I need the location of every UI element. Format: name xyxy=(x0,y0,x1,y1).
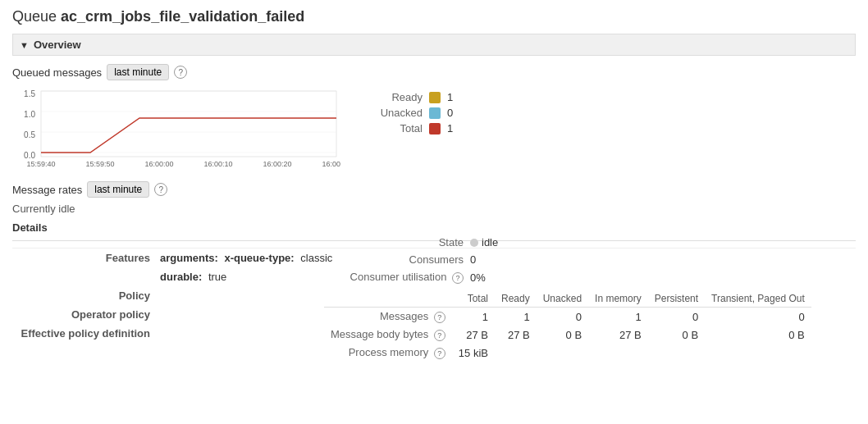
state-value: idle xyxy=(482,236,498,248)
process-memory-help-icon[interactable]: ? xyxy=(434,348,445,359)
process-memory-data-row: Process memory ? 15 kiB xyxy=(324,344,811,362)
queued-messages-help-icon[interactable]: ? xyxy=(174,66,187,79)
svg-text:0.5: 0.5 xyxy=(24,130,35,139)
policy-key: Policy xyxy=(12,286,160,305)
stat-value-unacked: 0 xyxy=(447,107,453,119)
td-body-bytes-label: Message body bytes ? xyxy=(324,326,452,344)
stat-label-unacked: Unacked xyxy=(365,107,423,119)
stats-table: Ready 1 Unacked 0 Total 1 xyxy=(365,91,453,134)
messages-label-text: Messages xyxy=(380,310,428,322)
stat-row-ready: Ready 1 xyxy=(365,91,453,103)
queue-word: Queue xyxy=(12,8,57,25)
currently-idle: Currently idle xyxy=(12,203,856,215)
stat-row-total: Total 1 xyxy=(365,122,453,134)
body-bytes-label-text: Message body bytes xyxy=(331,328,428,340)
svg-text:0.0: 0.0 xyxy=(24,151,35,160)
durable-value: durable: true xyxy=(160,267,856,286)
stat-dot-ready xyxy=(429,92,441,103)
svg-text:16:00:30: 16:00:30 xyxy=(322,160,340,168)
stat-label-total: Total xyxy=(365,122,423,134)
durable-label: durable: xyxy=(160,271,202,283)
svg-rect-4 xyxy=(41,91,336,157)
process-memory-label-text: Process memory xyxy=(349,346,429,358)
operator-policy-value xyxy=(160,305,856,324)
td-process-memory-label: Process memory ? xyxy=(324,344,452,362)
stat-value-ready: 1 xyxy=(447,91,453,103)
message-rates-label: Message rates xyxy=(12,184,82,196)
last-minute-button[interactable]: last minute xyxy=(107,64,169,80)
queued-messages-chart: 1.5 1.0 0.5 0.0 15:59:40 15:59:50 1 xyxy=(12,87,340,169)
svg-text:15:59:40: 15:59:40 xyxy=(26,160,55,168)
consumer-util-label: Consumer utilisation ? xyxy=(324,271,464,284)
td-process-memory-value: 15 kiB xyxy=(452,344,495,362)
chart-and-stats: 1.5 1.0 0.5 0.0 15:59:40 15:59:50 1 xyxy=(12,87,856,169)
svg-text:15:59:50: 15:59:50 xyxy=(85,160,114,168)
state-dot-icon xyxy=(470,239,478,247)
consumer-util-label-text: Consumer utilisation xyxy=(350,271,447,283)
message-rates-bar: Message rates last minute ? xyxy=(12,181,856,198)
details-section: Features arguments: x-queue-type: classi… xyxy=(12,240,856,362)
state-row: State idle xyxy=(324,236,856,248)
stat-value-total: 1 xyxy=(447,122,453,134)
messages-help-icon[interactable]: ? xyxy=(434,312,445,323)
collapse-arrow-icon: ▼ xyxy=(20,40,29,50)
x-queue-type-label: x-queue-type: xyxy=(224,252,294,264)
svg-text:1.5: 1.5 xyxy=(24,89,35,98)
state-badge: idle xyxy=(470,236,498,248)
stat-dot-unacked xyxy=(429,107,441,119)
message-rates-help-icon[interactable]: ? xyxy=(154,183,167,196)
stat-row-unacked: Unacked 0 xyxy=(365,107,453,119)
consumers-label: Consumers xyxy=(324,253,464,266)
chart-svg: 1.5 1.0 0.5 0.0 15:59:40 15:59:50 1 xyxy=(12,87,340,169)
operator-policy-key: Operator policy xyxy=(12,305,160,324)
consumer-util-value: 0% xyxy=(470,271,486,284)
overview-section-header[interactable]: ▼ Overview xyxy=(12,34,856,56)
queued-messages-bar: Queued messages last minute ? xyxy=(12,64,856,80)
stat-dot-total xyxy=(429,123,441,134)
effective-policy-key: Effective policy definition xyxy=(12,324,160,343)
body-bytes-help-icon[interactable]: ? xyxy=(434,330,445,341)
svg-text:1.0: 1.0 xyxy=(24,110,35,119)
consumers-value: 0 xyxy=(470,253,476,266)
td-process-memory-empty xyxy=(495,344,811,362)
svg-text:16:00:10: 16:00:10 xyxy=(203,160,232,168)
message-rates-last-minute-button[interactable]: last minute xyxy=(87,181,149,198)
queued-messages-label: Queued messages xyxy=(12,66,102,79)
durable-key-empty xyxy=(12,267,160,286)
durable-val: true xyxy=(208,271,226,283)
features-value: arguments: x-queue-type: classic xyxy=(160,248,856,267)
details-label: Details xyxy=(12,221,856,234)
svg-text:16:00:00: 16:00:00 xyxy=(144,160,173,168)
state-label: State xyxy=(324,236,464,248)
consumer-util-help-icon[interactable]: ? xyxy=(452,272,464,284)
stat-label-ready: Ready xyxy=(365,91,423,103)
queue-title: Queue ac_crm_jobs_file_validation_failed xyxy=(12,8,856,25)
svg-text:16:00:20: 16:00:20 xyxy=(263,160,291,168)
queue-name: ac_crm_jobs_file_validation_failed xyxy=(61,8,304,25)
overview-section-title: Overview xyxy=(34,39,81,51)
arguments-label: arguments: xyxy=(160,252,218,264)
features-key: Features xyxy=(12,248,160,267)
